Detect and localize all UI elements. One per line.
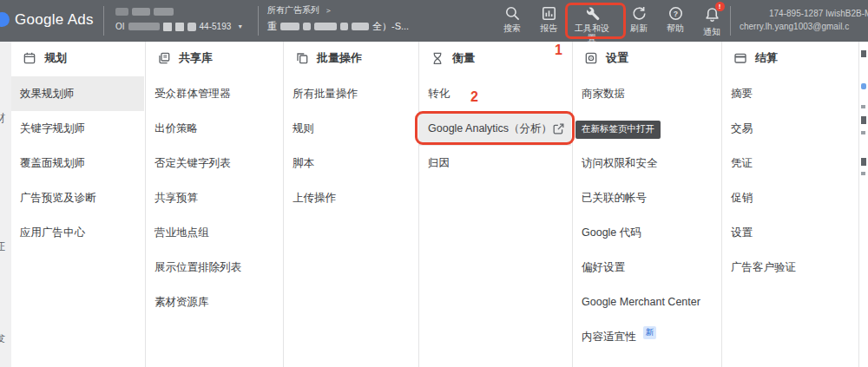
column-header-settings: 设置 — [573, 42, 721, 75]
notification-badge: ! — [715, 2, 725, 11]
campaign-selector[interactable]: 所有广告系列 ＞ 重 全）-S... — [267, 4, 409, 33]
reports-icon — [541, 5, 557, 22]
menu-item-advertiser-verification[interactable]: 广告客户验证 — [722, 250, 858, 285]
google-ads-logo-icon — [0, 12, 10, 27]
search-icon — [504, 5, 521, 22]
account-email: cherry.lh.yang1003@gmail.c — [740, 20, 868, 33]
refresh-icon — [631, 5, 648, 22]
menu-column-settings: 设置 商家数据 访问权限和安全 已关联的帐号 Google 代码 偏好设置 Go… — [573, 42, 722, 367]
account-number: 174-895-1287 IwishB2B-M — [740, 7, 868, 20]
open-in-new-tab-tooltip: 在新标签页中打开 — [575, 121, 661, 139]
svg-text:?: ? — [673, 10, 677, 18]
annotation-box-step2 — [415, 111, 575, 145]
brand-title: Google Ads — [15, 11, 94, 29]
menu-item-all-bulk-actions[interactable]: 所有批量操作 — [284, 76, 418, 111]
menu-item-app-advertising-hub[interactable]: 应用广告中心 — [11, 215, 144, 250]
divider — [730, 6, 731, 36]
annotation-box-step1 — [565, 3, 626, 39]
menu-item-reach-planner[interactable]: 覆盖面规划师 — [11, 146, 144, 180]
calendar-icon — [23, 51, 36, 65]
menu-item-linked-accounts[interactable]: 已关联的帐号 — [573, 180, 720, 215]
new-badge: 新 — [643, 326, 657, 339]
column-header-planning: 规划 — [11, 42, 145, 75]
tools-and-settings-menu: 规划 效果规划师 关键字规划师 覆盖面规划师 广告预览及诊断 应用广告中心 共享… — [11, 42, 859, 367]
gear-icon — [584, 51, 598, 65]
help-button[interactable]: ? 帮助 — [654, 5, 696, 33]
top-app-bar: Google Ads OI 44-5193 ▼ 所有广告系列 ＞ 重 全）-S.… — [0, 0, 868, 42]
menu-column-measurement: 衡量 转化 Google Analytics（分析） 归因 — [419, 42, 573, 367]
menu-item-bid-strategies[interactable]: 出价策略 — [146, 111, 282, 146]
menu-item-google-tag[interactable]: Google 代码 — [573, 215, 720, 250]
menu-item-rules[interactable]: 规则 — [284, 111, 418, 146]
menu-column-bulk-actions: 批量操作 所有批量操作 规则 脚本 上传操作 — [284, 42, 419, 367]
hourglass-icon — [431, 51, 444, 65]
notifications-button[interactable]: ! 通知 — [691, 5, 733, 36]
chevron-right-icon: ＞ — [325, 5, 332, 16]
menu-item-summary[interactable]: 摘要 — [722, 76, 858, 111]
help-icon: ? — [667, 5, 684, 22]
search-button[interactable]: 搜索 — [491, 5, 533, 33]
search-label: 搜索 — [503, 23, 521, 33]
column-header-measurement: 衡量 — [419, 42, 572, 75]
account-switcher-line1 — [115, 5, 254, 18]
menu-item-placement-exclusion-lists[interactable]: 展示位置排除列表 — [146, 250, 282, 285]
menu-item-google-merchant-center[interactable]: Google Merchant Center — [573, 285, 720, 319]
menu-column-planning: 规划 效果规划师 关键字规划师 覆盖面规划师 广告预览及诊断 应用广告中心 — [11, 42, 146, 367]
menu-item-performance-planner[interactable]: 效果规划师 — [11, 76, 144, 111]
menu-item-asset-library[interactable]: 素材资源库 — [146, 285, 282, 319]
menu-item-audience-manager[interactable]: 受众群体管理器 — [146, 76, 282, 111]
account-switcher[interactable]: OI 44-5193 ▼ — [115, 5, 254, 35]
column-header-shared-library: 共享库 — [146, 42, 283, 75]
reports-label: 报告 — [540, 23, 557, 33]
notifications-label: 通知 — [703, 27, 720, 36]
annotation-number-1: 1 — [555, 43, 562, 58]
menu-column-billing: 结算 摘要 交易 凭证 促销 设置 广告客户验证 — [722, 42, 859, 367]
menu-item-access-and-security[interactable]: 访问权限和安全 — [573, 146, 720, 180]
card-icon — [733, 51, 747, 65]
menu-item-content-suitability[interactable]: 内容适宜性 新 — [573, 319, 720, 354]
account-switcher-line2: OI 44-5193 ▼ — [115, 20, 254, 33]
column-header-bulk-actions: 批量操作 — [284, 42, 418, 75]
menu-item-conversions[interactable]: 转化 — [419, 76, 571, 111]
account-id: 44-5193 — [200, 22, 232, 31]
library-icon — [157, 51, 171, 65]
background-page-left-edge: 材 证 发 — [0, 42, 11, 367]
help-label: 帮助 — [667, 23, 684, 33]
menu-item-business-data[interactable]: 商家数据 — [573, 76, 720, 111]
menu-item-documents[interactable]: 凭证 — [722, 146, 858, 180]
menu-item-preferences[interactable]: 偏好设置 — [573, 250, 720, 285]
menu-item-uploads[interactable]: 上传操作 — [284, 180, 418, 215]
account-prefix: OI — [115, 22, 125, 31]
campaign-name: 重 全）-S... — [267, 20, 409, 33]
menu-item-promotions[interactable]: 促销 — [722, 180, 858, 215]
menu-item-transactions[interactable]: 交易 — [722, 111, 858, 146]
background-page-right-edge — [859, 42, 868, 367]
clipped-text-fragment: 证 — [0, 239, 5, 254]
reports-button[interactable]: 报告 — [528, 5, 569, 33]
menu-item-location-groups[interactable]: 营业地点组 — [146, 215, 282, 250]
divider — [258, 6, 259, 36]
campaign-scope-label: 所有广告系列 — [267, 4, 319, 16]
divider — [103, 6, 104, 36]
annotation-number-2: 2 — [470, 89, 478, 105]
menu-item-ad-preview-and-diagnosis[interactable]: 广告预览及诊断 — [11, 180, 144, 215]
menu-item-shared-budgets[interactable]: 共享预算 — [146, 180, 282, 215]
menu-item-attribution[interactable]: 归因 — [419, 146, 571, 180]
menu-item-billing-settings[interactable]: 设置 — [722, 215, 858, 250]
refresh-label: 刷新 — [630, 23, 648, 33]
copy-icon — [295, 51, 309, 65]
column-header-billing: 结算 — [722, 42, 858, 75]
clipped-text-fragment: 材 — [0, 111, 5, 126]
menu-item-keyword-planner[interactable]: 关键字规划师 — [11, 111, 144, 146]
clipped-text-fragment: 发 — [0, 331, 5, 346]
menu-column-shared-library: 共享库 受众群体管理器 出价策略 否定关键字列表 共享预算 营业地点组 展示位置… — [146, 42, 284, 367]
menu-item-negative-keyword-lists[interactable]: 否定关键字列表 — [146, 146, 282, 180]
menu-item-scripts[interactable]: 脚本 — [284, 146, 418, 180]
account-info: 174-895-1287 IwishB2B-M cherry.lh.yang10… — [740, 7, 868, 33]
caret-down-icon: ▼ — [237, 23, 243, 29]
